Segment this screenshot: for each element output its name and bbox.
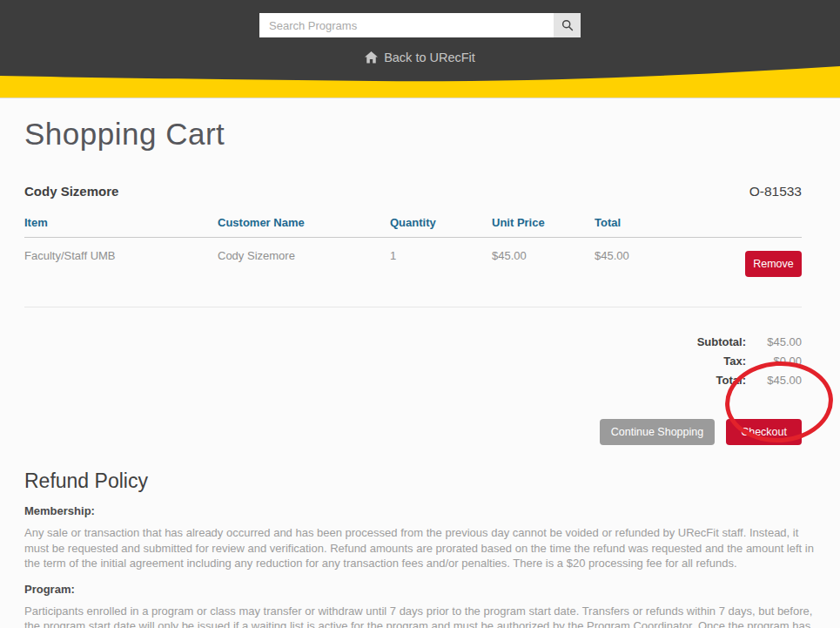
continue-shopping-button[interactable]: Continue Shopping (600, 419, 715, 445)
subtotal-label: Subtotal: (668, 335, 746, 348)
column-header-total: Total (595, 211, 729, 238)
cell-item: Faculty/Staff UMB (24, 238, 218, 307)
search-button[interactable] (554, 13, 581, 37)
total-label: Total: (668, 374, 746, 387)
checkout-button[interactable]: Checkout (726, 419, 802, 445)
tax-value: $0.00 (746, 355, 802, 368)
search-input[interactable] (259, 13, 554, 37)
tax-label: Tax: (668, 355, 746, 368)
column-header-item: Item (24, 211, 218, 238)
refund-policy-section: Refund Policy Membership: Any sale or tr… (24, 469, 816, 628)
page-title: Shopping Cart (24, 117, 816, 152)
column-header-customer-name: Customer Name (218, 211, 390, 238)
cell-customer-name: Cody Sizemore (218, 238, 390, 307)
summary-row-subtotal: Subtotal: $45.00 (668, 332, 802, 351)
order-summary: Subtotal: $45.00 Tax: $0.00 Total: $45.0… (24, 332, 802, 389)
membership-heading: Membership: (24, 504, 816, 517)
home-icon (365, 51, 378, 64)
search-row (0, 13, 840, 37)
column-header-quantity: Quantity (390, 211, 492, 238)
search-icon (561, 19, 574, 31)
cell-quantity: 1 (390, 238, 492, 307)
summary-row-tax: Tax: $0.00 (668, 351, 802, 370)
cell-unit-price: $45.00 (492, 238, 595, 307)
customer-name: Cody Sizemore (24, 184, 118, 199)
subtotal-value: $45.00 (746, 335, 802, 348)
refund-policy-title: Refund Policy (24, 469, 816, 493)
cart-item-row: Faculty/Staff UMB Cody Sizemore 1 $45.00… (24, 238, 802, 307)
cell-total: $45.00 (595, 238, 729, 307)
column-header-action (729, 211, 802, 238)
back-row: Back to URecFit (0, 51, 840, 64)
program-policy-text: Participants enrolled in a program or cl… (24, 604, 816, 628)
order-number: O-81533 (749, 184, 802, 199)
customer-row: Cody Sizemore O-81533 (24, 184, 802, 199)
program-heading: Program: (24, 583, 816, 596)
search-box (259, 13, 581, 37)
back-to-urecfit-link[interactable]: Back to URecFit (365, 51, 475, 64)
summary-row-total: Total: $45.00 (668, 370, 802, 389)
main-content: Shopping Cart Cody Sizemore O-81533 Item… (0, 117, 840, 628)
cart-section: Cody Sizemore O-81533 Item Customer Name… (24, 184, 816, 445)
cart-table-header-row: Item Customer Name Quantity Unit Price T… (24, 211, 802, 238)
cart-table: Item Customer Name Quantity Unit Price T… (24, 211, 802, 307)
remove-button[interactable]: Remove (745, 251, 802, 277)
total-value: $45.00 (746, 374, 802, 387)
membership-policy-text: Any sale or transaction that has already… (24, 525, 816, 571)
site-header: Back to URecFit (0, 0, 840, 98)
back-link-label: Back to URecFit (384, 51, 475, 64)
column-header-unit-price: Unit Price (492, 211, 595, 238)
cart-actions-row: Continue Shopping Checkout (24, 419, 802, 445)
